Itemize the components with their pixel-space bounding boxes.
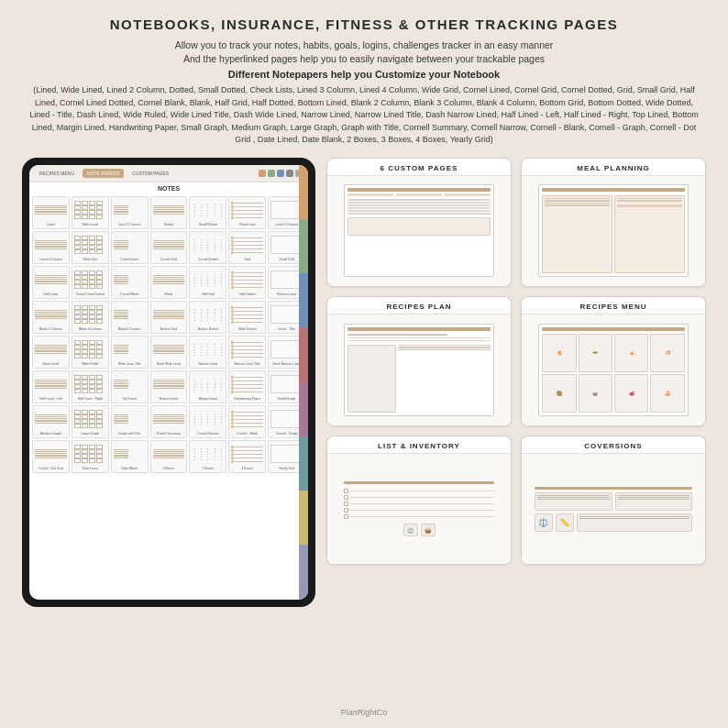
sidebar-strip-1[interactable] xyxy=(299,165,308,219)
conv-section-1 xyxy=(535,492,693,511)
note-cell-25[interactable]: Bottom Dotted xyxy=(189,301,226,334)
note-label-44: Graph with Title xyxy=(118,432,140,436)
note-cell-12[interactable]: Grid xyxy=(228,231,266,264)
card-conv-content: ⚖️ 📏 xyxy=(522,454,705,565)
note-cell-52[interactable]: 2 Boxes xyxy=(150,440,188,473)
note-cell-31[interactable]: Dash Wide Lined xyxy=(150,336,188,369)
sidebar-strip-4[interactable] xyxy=(299,327,308,381)
note-cell-37[interactable]: Top Lined xyxy=(111,370,149,403)
note-cell-54[interactable]: 4 Boxes xyxy=(228,440,266,473)
note-cell-22[interactable]: Blank 3 Column xyxy=(72,301,109,334)
note-cell-17[interactable]: Blank xyxy=(150,266,188,299)
tab-custom-pages[interactable]: CUSTOM PAGES xyxy=(127,169,173,178)
note-cell-46[interactable]: Cornell Narrow xyxy=(189,405,226,438)
note-label-4: Small Dotted xyxy=(199,223,217,226)
note-cell-11[interactable]: Cornel Dotted xyxy=(189,231,226,264)
note-cell-26[interactable]: Wide Dotted xyxy=(228,301,266,334)
note-cell-47[interactable]: Cornell - Blank xyxy=(228,405,266,438)
cl3 xyxy=(537,499,610,500)
note-label-48: Cornell - Graph xyxy=(276,432,298,436)
note-cell-5[interactable]: Check Lists xyxy=(228,196,266,229)
note-cell-40[interactable]: Handwriting Paper xyxy=(228,370,266,403)
card-list-title: LIST & INVENTORY xyxy=(327,436,511,454)
note-cell-21[interactable]: Blank 2 Column xyxy=(32,301,70,334)
rc1: 🍕 xyxy=(542,334,577,372)
sidebar-strip-3[interactable] xyxy=(299,273,308,327)
note-cell-30[interactable]: Wide Lines Title xyxy=(111,336,149,369)
sidebar-strip-6[interactable] xyxy=(299,436,308,491)
card-recipes-plan: RECIPES PLAN xyxy=(326,296,512,426)
note-label-17: Blank xyxy=(165,292,173,296)
lr2 xyxy=(344,495,493,500)
note-label-18: Half Grid xyxy=(202,292,215,296)
btn1[interactable] xyxy=(259,170,266,177)
note-cell-39[interactable]: Margin Lined xyxy=(189,370,226,403)
note-cell-53[interactable]: 3 Boxes xyxy=(189,440,226,473)
note-cell-8[interactable]: Wide Grid xyxy=(72,231,109,264)
note-label-7: Lined 4 Column xyxy=(39,258,62,261)
card-recipes-menu-content: 🍕 🥗 🍝 🍜 🥘 🍲 🥩 🍰 xyxy=(522,314,705,425)
note-cell-15[interactable]: Cornel Lined Dotted xyxy=(72,266,109,299)
lt4 xyxy=(350,510,493,512)
note-cell-36[interactable]: Half Lined - Right xyxy=(72,370,109,403)
note-cell-3[interactable]: Dotted xyxy=(150,196,188,229)
note-cell-14[interactable]: Half Lined xyxy=(32,266,70,299)
rp3 xyxy=(347,337,490,339)
note-cell-42[interactable]: Medium Graph xyxy=(32,405,70,438)
note-cell-19[interactable]: Half Dotted xyxy=(228,266,266,299)
note-cell-43[interactable]: Large Graph xyxy=(72,405,109,438)
note-label-46: Cornell Narrow xyxy=(197,432,218,436)
note-cell-0[interactable]: Lined xyxy=(32,196,70,229)
sidebar-strip-2[interactable] xyxy=(299,219,308,273)
note-cell-51[interactable]: Date Blank xyxy=(111,440,149,473)
note-cell-24[interactable]: Bottom Grid xyxy=(150,301,188,334)
sidebar-strip-8[interactable] xyxy=(299,545,308,599)
note-cell-23[interactable]: Blank 4 Column xyxy=(111,301,149,334)
lr1 xyxy=(344,489,493,493)
cl4 xyxy=(618,495,690,496)
m4 xyxy=(347,204,490,206)
note-cell-7[interactable]: Lined 4 Column xyxy=(32,231,70,264)
sidebar-strip-7[interactable] xyxy=(299,491,308,545)
btn2[interactable] xyxy=(268,170,275,177)
sidebar-strip-5[interactable] xyxy=(299,382,308,436)
note-cell-18[interactable]: Half Grid xyxy=(189,266,226,299)
note-cell-4[interactable]: Small Dotted xyxy=(189,196,226,229)
note-cell-29[interactable]: Wide Ruled xyxy=(72,336,109,369)
card-meal-title: MEAL PLANNING xyxy=(522,159,705,176)
note-cell-28[interactable]: Dash Lined xyxy=(32,336,70,369)
rc2: 🥗 xyxy=(579,334,613,372)
note-cell-49[interactable]: Cornel - Dot Grid xyxy=(32,440,70,473)
conv-section-2: ⚖️ 📏 xyxy=(535,513,693,532)
note-cell-10[interactable]: Cornel Grid xyxy=(150,231,188,264)
note-cell-16[interactable]: Cornel Blank xyxy=(111,266,149,299)
note-label-55: Yearly Grid xyxy=(279,467,294,470)
notes-grid: LinedWide LinedLined 2 ColumnDottedSmall… xyxy=(29,194,308,475)
note-cell-2[interactable]: Lined 2 Column xyxy=(111,196,149,229)
note-cell-35[interactable]: Half Lined - Left xyxy=(32,370,70,403)
note-label-14: Half Lined xyxy=(44,292,59,296)
left-panel: RECIPES MENU NOTE PAPERS CUSTOM PAGES NO… xyxy=(22,158,315,705)
note-label-35: Half Lined - Left xyxy=(39,397,62,401)
btn3[interactable] xyxy=(277,170,284,177)
note-cell-45[interactable]: Dotted Summary xyxy=(150,405,188,438)
card-custom-pages: 6 CUSTOM PAGES xyxy=(326,158,512,288)
note-cell-38[interactable]: Bottom Lined xyxy=(150,370,188,403)
note-label-53: 3 Boxes xyxy=(203,467,215,470)
note-cell-32[interactable]: Narrow Lined xyxy=(189,336,226,369)
note-cell-1[interactable]: Wide Lined xyxy=(72,196,109,229)
note-cell-44[interactable]: Graph with Title xyxy=(111,405,149,438)
tab-recipes-menu[interactable]: RECIPES MENU xyxy=(35,169,79,178)
cl1 xyxy=(537,495,610,496)
recipe-grid: 🍕 🥗 🍝 🍜 🥘 🍲 🥩 🍰 xyxy=(542,334,684,413)
card-conv-title: COVERSIONS xyxy=(522,436,705,454)
note-cell-33[interactable]: Narrow Lined Title xyxy=(228,336,266,369)
tab-note-papers[interactable]: NOTE PAPERS xyxy=(83,169,124,178)
note-cell-50[interactable]: Date Lines xyxy=(72,440,109,473)
btn4[interactable] xyxy=(286,170,293,177)
note-cell-9[interactable]: Cornel Lines xyxy=(111,231,149,264)
cl7 xyxy=(579,516,690,517)
note-label-37: Top Lined xyxy=(123,397,137,401)
card-meal-planning: MEAL PLANNING xyxy=(521,158,706,288)
note-label-34: Dash Narrow Lined xyxy=(273,362,301,366)
